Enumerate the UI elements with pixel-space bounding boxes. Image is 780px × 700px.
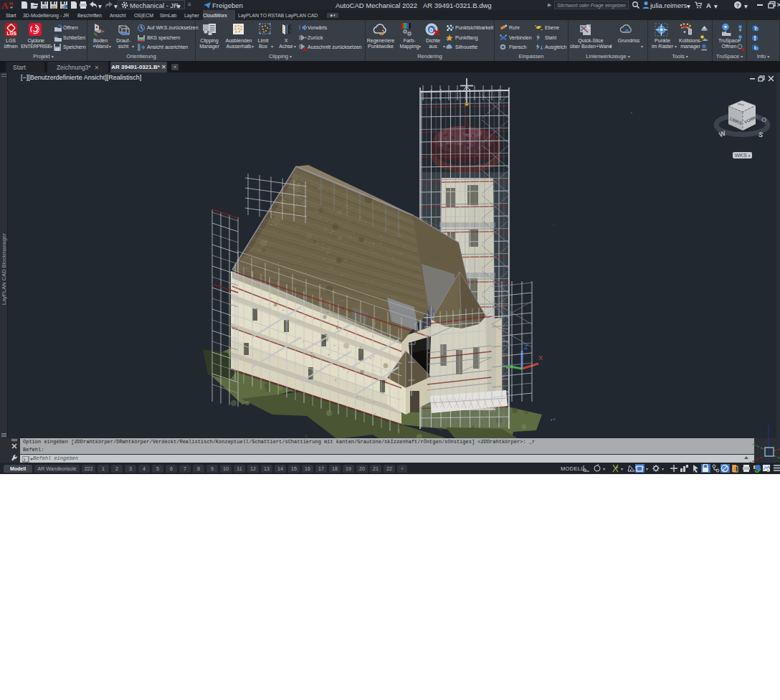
svg-text:?: ? xyxy=(753,26,756,31)
svg-text:X: X xyxy=(538,354,543,361)
svg-text:?: ? xyxy=(736,2,740,9)
svg-text:O: O xyxy=(761,115,766,123)
svg-text:M: M xyxy=(9,1,13,6)
svg-text:0: 0 xyxy=(429,27,433,34)
svg-text:A: A xyxy=(1,1,9,9)
svg-text:LGS: LGS xyxy=(7,31,17,36)
svg-text:i: i xyxy=(754,45,756,50)
